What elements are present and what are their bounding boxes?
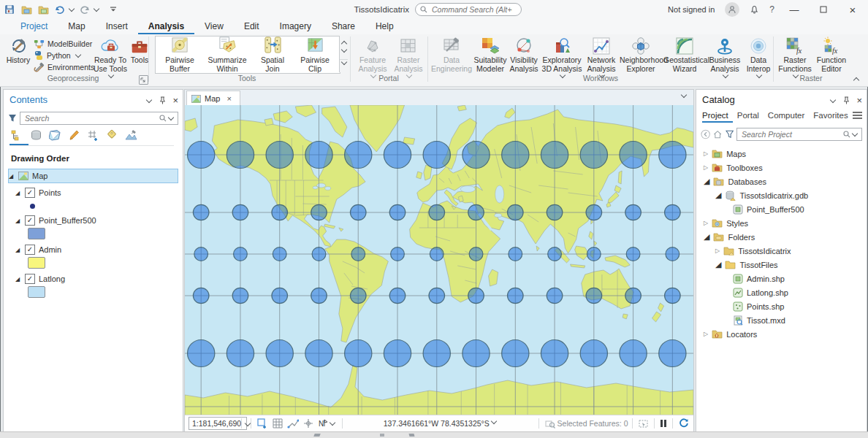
list-by-editing-tab[interactable] <box>68 129 80 142</box>
layer-checkbox[interactable]: ✓ <box>25 274 35 284</box>
data-engineering-button[interactable]: Data Engineering <box>431 36 472 75</box>
raster-analysis-button[interactable]: Raster Analysis <box>392 36 425 75</box>
tree-item-gdb[interactable]: ◢ TissotsIdicatrix.gdb <box>715 188 808 202</box>
filter-icon[interactable] <box>726 130 734 139</box>
exploratory-3d-analysis-button[interactable]: Exploratory 3D Analysis <box>541 36 583 75</box>
expander-icon[interactable]: ◢ <box>704 177 709 186</box>
filter-icon[interactable] <box>8 114 17 123</box>
function-editor-button[interactable]: fx Function Editor <box>815 36 848 75</box>
pairwise-buffer-button[interactable]: Pairwise Buffer <box>158 36 202 71</box>
tab-project[interactable]: Project <box>10 19 58 34</box>
geoprocessing-launcher-button[interactable] <box>139 75 148 85</box>
expander-icon[interactable]: ◢ <box>15 276 21 283</box>
latlong-symbol-row[interactable] <box>28 285 178 299</box>
tree-item-tissot-mxd[interactable]: Tissot.mxd <box>733 313 785 327</box>
tree-item-folders[interactable]: ◢ Folders <box>704 230 755 244</box>
raster-functions-button[interactable]: fx Raster Functions <box>776 36 814 75</box>
tab-insert[interactable]: Insert <box>96 19 138 34</box>
tree-item-points-shp[interactable]: Points.shp <box>733 299 784 313</box>
business-analysis-button[interactable]: Business Analysis <box>707 36 742 75</box>
redo-dropdown-icon[interactable] <box>94 6 99 12</box>
contents-search-input[interactable] <box>23 113 159 123</box>
layer-checkbox[interactable]: ✓ <box>25 188 35 198</box>
layer-row-points[interactable]: ◢ ✓ Points <box>15 186 178 199</box>
catalog-menu-chevron-icon[interactable] <box>830 96 836 102</box>
gallery-expand-button[interactable] <box>340 59 348 72</box>
expander-icon[interactable]: ◢ <box>704 232 709 242</box>
catalog-search[interactable] <box>736 128 862 141</box>
python-button[interactable]: Python <box>34 50 82 61</box>
catalog-menu-button[interactable] <box>853 112 862 120</box>
tree-item-tissots-folder[interactable]: ▷ TissotsIdicatrix <box>715 244 791 258</box>
back-icon[interactable] <box>701 129 710 139</box>
map-canvas[interactable] <box>185 105 693 415</box>
customize-qat-button[interactable] <box>106 2 121 17</box>
catalog-tab-computer[interactable]: Computer <box>764 110 810 123</box>
pin-icon[interactable] <box>159 96 166 104</box>
history-button[interactable]: History <box>4 36 32 75</box>
collapse-ribbon-button[interactable] <box>852 75 860 84</box>
expander-icon[interactable]: ▷ <box>704 220 708 226</box>
expander-icon[interactable]: ▷ <box>715 247 720 254</box>
redo-button[interactable] <box>77 2 92 17</box>
list-by-snapping-tab[interactable] <box>87 129 99 142</box>
signin-status[interactable]: Not signed in <box>668 5 715 14</box>
catalog-tab-favorites[interactable]: Favorites <box>809 110 852 123</box>
undo-button[interactable] <box>53 2 67 17</box>
command-search[interactable] <box>415 3 522 16</box>
minimize-button[interactable]: — <box>785 4 804 15</box>
selection-box-icon[interactable] <box>639 420 648 428</box>
map-tab[interactable]: Map × <box>186 91 240 106</box>
catalog-close-icon[interactable]: × <box>856 95 862 106</box>
layer-row-admin[interactable]: ◢ ✓ Admin <box>15 243 178 256</box>
list-by-data-source-tab[interactable] <box>30 129 42 142</box>
expander-icon[interactable]: ◢ <box>15 190 21 196</box>
tree-item-latlong-shp[interactable]: Latlong.shp <box>733 285 788 299</box>
account-button[interactable] <box>725 2 739 17</box>
modelbuilder-button[interactable]: ModelBuilder <box>34 38 92 50</box>
add-data-button[interactable] <box>19 2 34 17</box>
scale-combobox[interactable]: 1:181,546,690 <box>189 417 247 430</box>
contents-menu-chevron-icon[interactable] <box>146 96 152 102</box>
list-by-selection-tab[interactable] <box>49 129 61 142</box>
help-button[interactable]: ? <box>769 4 774 15</box>
spatial-map-frame-button[interactable] <box>257 418 268 429</box>
neighborhood-explorer-button[interactable]: Neighborhood Explorer <box>620 36 662 75</box>
summarize-within-button[interactable]: Summarize Within <box>205 36 250 71</box>
expander-icon[interactable]: ◢ <box>715 191 721 200</box>
list-by-labeling-tab[interactable] <box>106 129 118 142</box>
expander-icon[interactable]: ▷ <box>704 331 708 337</box>
tree-item-maps[interactable]: ▷ Maps <box>704 147 746 161</box>
visibility-analysis-button[interactable]: Visibility Analysis <box>509 36 539 75</box>
search-options-chevron-icon[interactable] <box>852 131 858 137</box>
pin-icon[interactable] <box>843 96 850 104</box>
points-symbol-row[interactable] <box>30 199 178 212</box>
tab-view[interactable]: View <box>194 19 234 34</box>
network-analysis-button[interactable]: Network Analysis <box>585 36 618 75</box>
environments-button[interactable]: Environments <box>34 61 94 73</box>
map-tab-close-icon[interactable]: × <box>226 94 231 103</box>
catalog-tab-project[interactable]: Project <box>702 110 733 123</box>
layer-row-latlong[interactable]: ◢ ✓ Latlong <box>15 272 178 285</box>
contents-search[interactable] <box>20 112 178 125</box>
pause-drawing-button[interactable] <box>660 420 667 427</box>
admin-symbol-row[interactable] <box>28 256 178 269</box>
maximize-button[interactable] <box>814 4 833 15</box>
ready-to-use-tools-button[interactable]: Ready To Use Tools <box>94 36 127 75</box>
tab-share[interactable]: Share <box>321 19 365 34</box>
catalog-tab-portal[interactable]: Portal <box>733 110 764 123</box>
list-by-drawing-order-tab[interactable] <box>11 129 23 142</box>
home-icon[interactable] <box>713 130 722 139</box>
gallery-scroll-down-button[interactable] <box>340 47 348 59</box>
spatial-join-button[interactable]: Spatial Join <box>253 36 292 71</box>
tree-item-admin-shp[interactable]: Admin.shp <box>733 272 785 285</box>
tree-item-databases[interactable]: ◢ Databases <box>704 174 766 188</box>
tree-item-point-buffer500[interactable]: Point_Buffer500 <box>733 202 804 216</box>
point-buffer-symbol-row[interactable] <box>28 227 178 240</box>
tab-list-chevron-icon[interactable] <box>679 93 688 101</box>
refresh-button[interactable] <box>679 418 689 429</box>
layer-row-map[interactable]: ◢ Map <box>8 169 178 183</box>
command-search-input[interactable] <box>430 4 514 15</box>
expander-icon[interactable]: ◢ <box>15 218 21 224</box>
tree-item-locators[interactable]: ▷ Locators <box>704 327 757 341</box>
